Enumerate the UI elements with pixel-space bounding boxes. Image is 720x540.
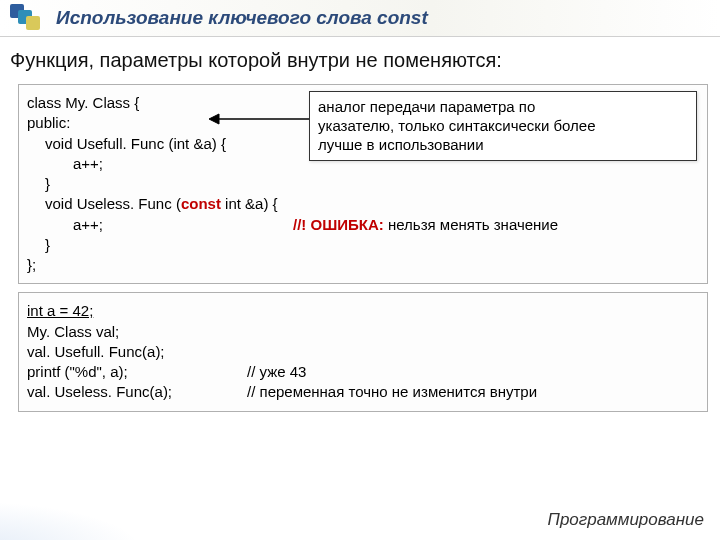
code-text: printf ("%d", a); [27,362,247,382]
error-label: //! ОШИБКА: [293,216,384,233]
code-line: }; [27,255,701,275]
code-line: printf ("%d", a); // уже 43 [27,362,701,382]
code-line: val. Useless. Func(a); // переменная точ… [27,382,701,402]
code-text: val. Useless. Func(a); [27,382,247,402]
callout-line: аналог передачи параметра по [318,98,688,117]
logo-icon [10,4,46,32]
arrow-icon [207,111,315,127]
code-text: void Useless. Func ( [45,195,181,212]
const-keyword: const [181,195,221,212]
code-text: нельзя менять значение [384,216,558,233]
code-line: a++; //! ОШИБКА: нельзя менять значение [27,215,701,235]
code-line: int a = 42; [27,301,701,321]
code-block-usage: int a = 42; My. Class val; val. Usefull.… [18,292,708,411]
code-text: int &a) { [221,195,278,212]
code-line: val. Usefull. Func(a); [27,342,701,362]
slide-subtitle: Функция, параметры которой внутри не пом… [0,37,720,80]
code-text: a++; [73,216,103,233]
code-line: } [27,235,701,255]
code-comment: // уже 43 [247,362,701,382]
code-line: } [27,174,701,194]
code-block-class: class My. Class { public: void Usefull. … [18,84,708,284]
slide-header: Использование ключевого слова const [0,0,720,37]
slide-title: Использование ключевого слова const [56,7,428,29]
code-line: My. Class val; [27,322,701,342]
footer-label: Программирование [548,510,704,530]
callout-line: указателю, только синтаксически более [318,117,688,136]
code-line: void Useless. Func (const int &a) { [27,194,701,214]
code-comment: // переменная точно не изменится внутри [247,382,701,402]
callout-box: аналог передачи параметра по указателю, … [309,91,697,161]
callout-line: лучше в использовании [318,136,688,155]
svg-marker-1 [209,114,219,124]
decorative-swoosh [0,460,280,540]
